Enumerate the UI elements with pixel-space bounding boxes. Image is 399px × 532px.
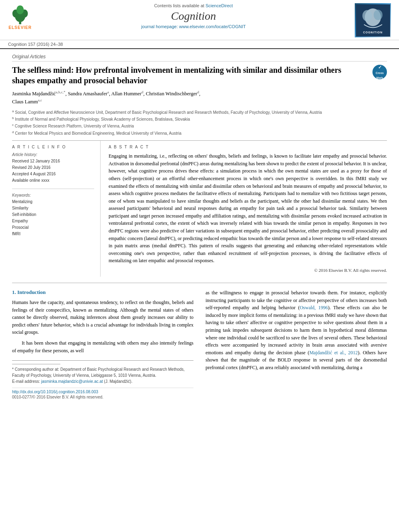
email-link[interactable]: jasminka.majdandzic@univie.ac.at (41, 379, 103, 384)
svg-text:COGNITION: COGNITION (363, 31, 383, 34)
issn-line: 0010-0277/© 2016 Elsevier B.V. All right… (12, 395, 193, 399)
history-accepted: Accepted 4 August 2016 (12, 171, 94, 177)
article-history: Article history: Received 12 January 201… (12, 152, 94, 184)
body-left-col: 1. Introduction Humans have the capacity… (12, 289, 193, 399)
homepage-line: journal homepage: www.elsevier.com/locat… (40, 24, 347, 29)
email-label: E-mail address: (12, 379, 40, 384)
kw-prosocial: Prosocial (12, 224, 94, 231)
doi-bar: http://dx.doi.org/10.1016/j.cognition.20… (12, 388, 193, 394)
affil-d: d Center for Medical Physics and Biomedi… (12, 130, 387, 136)
svg-point-8 (374, 10, 383, 20)
svg-point-4 (16, 6, 24, 14)
history-label: Article history: (12, 152, 94, 157)
article-type: Original Articles (12, 54, 387, 62)
homepage-link[interactable]: journal homepage: www.elsevier.com/locat… (141, 24, 246, 29)
intro-right-text: as the willingness to engage in prosocia… (206, 289, 387, 372)
doi-link[interactable]: http://dx.doi.org/10.1016/j.cognition.20… (12, 390, 98, 394)
elsevier-logo: ELSEVIER (8, 3, 32, 30)
info-section: A R T I C L E I N F O Article history: R… (12, 140, 387, 277)
abstract-section: A B S T R A C T Engaging in mentalizing,… (101, 141, 387, 277)
affil-a: a Social, Cognitive and Affective Neuros… (12, 109, 387, 115)
author-2: Sandra Amashaufer (68, 91, 107, 97)
keywords-section: Keywords: Mentalizing Similarity Self-in… (12, 193, 94, 237)
kw-fmri: fMRI (12, 231, 94, 237)
sciencedirect-prefix: Contents lists available at (154, 3, 204, 8)
intro-right-p1: as the willingness to engage in prosocia… (206, 289, 387, 372)
body-right-col: as the willingness to engage in prosocia… (206, 289, 387, 399)
abstract-text: Engaging in mentalizing, i.e., reflectin… (109, 152, 387, 265)
intro-p2: It has been shown that engaging in menta… (12, 339, 193, 354)
authors-line: Jasminka Majdandžića,b,c,*, Sandra Amash… (12, 90, 387, 106)
main-content: Original Articles The selfless mind: How… (0, 49, 399, 407)
kw-similarity: Similarity (12, 205, 94, 212)
header-center: Contents lists available at ScienceDirec… (32, 3, 355, 29)
crossmark-icon: ✓CrossMark (376, 65, 384, 80)
footnote-corresponding: * Corresponding author at: Department of… (12, 366, 193, 378)
footnote-sep (12, 364, 60, 364)
crossmark-badge: ✓CrossMark (372, 65, 387, 79)
footnote-area: * Corresponding author at: Department of… (12, 360, 193, 384)
author-5-sup: a,c (38, 98, 42, 102)
sciencedirect-line: Contents lists available at ScienceDirec… (40, 3, 347, 8)
history-received: Received 12 January 2016 (12, 158, 94, 164)
intro-title: Introduction (17, 289, 46, 295)
cognition-logo-image: COGNITION (356, 4, 390, 37)
affiliations: a Social, Cognitive and Affective Neuros… (12, 109, 387, 136)
intro-number: 1. (12, 289, 16, 295)
affil-c: c Cognitive Science Research Platform, U… (12, 123, 387, 129)
body-divider (12, 283, 387, 283)
intro-body-text: Humans have the capacity, and spontaneou… (12, 299, 193, 354)
author-4: Christian Windischberger (146, 91, 197, 97)
author-3: Allan Hummer (111, 91, 141, 97)
intro-p1: Humans have the capacity, and spontaneou… (12, 299, 193, 336)
article-info-column: A R T I C L E I N F O Article history: R… (12, 141, 101, 277)
kw-mentalizing: Mentalizing (12, 199, 94, 205)
cognition-logo-box: COGNITION (355, 3, 391, 37)
elsevier-label: ELSEVIER (8, 25, 31, 30)
abstract-heading: A B S T R A C T (109, 145, 387, 149)
article-title: The selfless mind: How prefrontal involv… (12, 65, 387, 86)
keywords-label: Keywords: (12, 193, 94, 197)
divider-1 (12, 189, 94, 189)
title-area: The selfless mind: How prefrontal involv… (12, 65, 387, 86)
elsevier-tree-icon (8, 3, 32, 25)
svg-point-7 (362, 10, 372, 21)
citation-text: Cognition 157 (2016) 24–38 (8, 42, 63, 47)
journal-title: Cognition (40, 10, 347, 23)
kw-empathy: Empathy (12, 218, 94, 224)
page: ELSEVIER Contents lists available at Sci… (0, 0, 399, 532)
sciencedirect-link[interactable]: ScienceDirect (206, 3, 233, 8)
article-info-heading: A R T I C L E I N F O (12, 145, 94, 149)
history-online: Available online xxxx (12, 177, 94, 184)
abstract-paragraph: Engaging in mentalizing, i.e., reflectin… (109, 152, 387, 265)
affil-b: b Institute of Normal and Pathological P… (12, 116, 387, 122)
footnote-email: E-mail address: jasminka.majdandzic@univ… (12, 378, 193, 384)
author-5: Claus Lamm (12, 99, 38, 105)
oswald-ref[interactable]: Oswald, 1996 (300, 305, 328, 310)
header-right: COGNITION (355, 3, 391, 37)
intro-heading: 1. Introduction (12, 289, 193, 296)
header: ELSEVIER Contents lists available at Sci… (0, 0, 399, 40)
history-revised: Revised 20 July 2016 (12, 164, 94, 171)
header-left: ELSEVIER (8, 3, 32, 31)
copyright-line: © 2016 Elsevier B.V. All rights reserved… (109, 268, 387, 273)
citation-bar: Cognition 157 (2016) 24–38 (0, 40, 399, 49)
crossmark-area: ✓CrossMark (372, 65, 387, 79)
author-1: Jasminka Majdandžić (12, 91, 56, 97)
body-columns: 1. Introduction Humans have the capacity… (12, 289, 387, 399)
majdandzic-ref[interactable]: Majdandžić et al., 2012 (309, 350, 358, 355)
kw-self-inhibition: Self-inhibition (12, 212, 94, 218)
author-1-sup: a,b,c,* (56, 90, 66, 94)
email-suffix: (J. Majdandžić). (104, 379, 133, 384)
